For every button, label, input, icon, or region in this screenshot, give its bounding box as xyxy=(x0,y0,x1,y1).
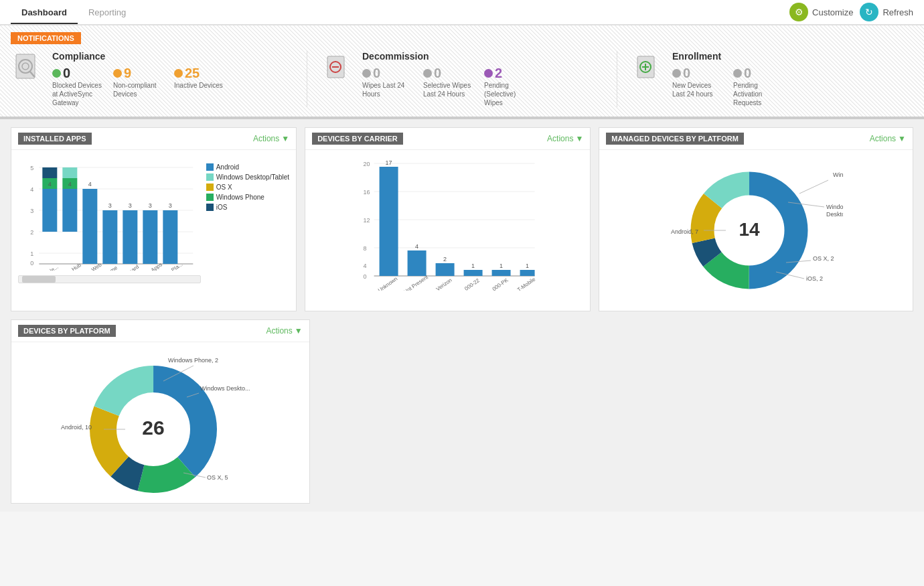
wipes-24h[interactable]: 0 Wipes Last 24 Hours xyxy=(362,66,412,107)
devices-by-platform-actions[interactable]: Actions ▼ xyxy=(266,326,302,336)
svg-text:4: 4 xyxy=(68,181,72,188)
svg-rect-29 xyxy=(62,167,77,178)
svg-text:8: 8 xyxy=(364,245,367,252)
compliance-title: Compliance xyxy=(52,51,223,62)
svg-text:5: 5 xyxy=(30,165,33,171)
svg-text:2: 2 xyxy=(443,256,447,263)
managed-actions-chevron-icon: ▼ xyxy=(898,134,906,143)
svg-text:4: 4 xyxy=(30,186,33,193)
svg-rect-35 xyxy=(123,210,137,264)
svg-rect-37 xyxy=(143,210,157,264)
svg-text:Android, 7: Android, 7 xyxy=(671,228,698,235)
svg-rect-25 xyxy=(42,167,57,178)
svg-text:14: 14 xyxy=(739,219,761,240)
svg-text:OS X, 5: OS X, 5 xyxy=(207,474,228,481)
managed-devices-title: MANAGED DEVICES BY PLATFORM xyxy=(606,133,744,145)
refresh-icon: ↻ xyxy=(860,3,878,21)
svg-rect-61 xyxy=(408,250,427,276)
svg-text:Unknown: Unknown xyxy=(377,276,398,291)
svg-text:3: 3 xyxy=(129,202,132,209)
svg-rect-63 xyxy=(436,263,455,276)
managed-devices-panel: MANAGED DEVICES BY PLATFORM Actions ▼ xyxy=(599,127,913,311)
managed-devices-actions[interactable]: Actions ▼ xyxy=(870,134,906,143)
devices-by-carrier-title: DEVICES BY CARRIER xyxy=(312,133,403,145)
svg-text:Windows: Windows xyxy=(826,204,843,210)
enrollment-icon xyxy=(631,51,664,84)
svg-text:1: 1 xyxy=(526,263,529,269)
selective-wipes-24h[interactable]: 0 Selective Wipes Last 24 Hours xyxy=(423,66,473,107)
installed-apps-title: INSTALLED APPS xyxy=(18,133,92,145)
svg-text:3: 3 xyxy=(149,202,152,209)
svg-text:0: 0 xyxy=(30,260,33,267)
svg-text:1: 1 xyxy=(471,263,475,269)
blocked-devices[interactable]: 0 Blocked Devices at ActiveSync Gateway xyxy=(52,66,102,107)
svg-text:Windows Deskto...: Windows Deskto... xyxy=(200,385,250,392)
decommission-group: Decommission 0 Wipes Last 24 Hours 0 xyxy=(307,51,617,107)
svg-text:Android, 10: Android, 10 xyxy=(61,424,92,431)
svg-rect-65 xyxy=(464,270,483,276)
notifications-header: NOTIFICATIONS xyxy=(11,32,81,44)
tab-reporting[interactable]: Reporting xyxy=(78,2,137,23)
svg-text:Verizon: Verizon xyxy=(435,277,453,291)
svg-text:4: 4 xyxy=(415,243,418,250)
svg-text:OS X, 2: OS X, 2 xyxy=(813,255,834,262)
decommission-icon xyxy=(321,51,354,84)
svg-text:16: 16 xyxy=(364,189,370,196)
svg-rect-59 xyxy=(380,167,398,276)
svg-rect-67 xyxy=(492,270,511,276)
svg-text:4: 4 xyxy=(364,263,367,269)
installed-apps-panel: INSTALLED APPS Actions ▼ 5 4 3 2 xyxy=(11,127,297,311)
svg-line-85 xyxy=(799,180,828,194)
new-devices[interactable]: 0 New Devices Last 24 hours xyxy=(672,66,722,107)
svg-rect-23 xyxy=(42,189,57,232)
svg-text:Windows Phone, 2: Windows Phone, 2 xyxy=(168,357,218,364)
svg-text:0: 0 xyxy=(364,273,367,280)
svg-text:iOS, 2: iOS, 2 xyxy=(806,275,823,282)
inactive-devices[interactable]: 25 Inactive Devices xyxy=(174,66,223,107)
devices-by-carrier-actions[interactable]: Actions ▼ xyxy=(547,134,583,143)
pending-activation[interactable]: 0 Pending Activation Requests xyxy=(733,66,783,107)
installed-apps-actions[interactable]: Actions ▼ xyxy=(253,134,289,143)
svg-text:12: 12 xyxy=(364,217,370,224)
svg-rect-69 xyxy=(520,270,535,276)
svg-text:4: 4 xyxy=(88,181,92,188)
svg-text:Not Present: Not Present xyxy=(402,274,429,291)
svg-text:Flipboard: Flipboard xyxy=(119,264,140,271)
svg-text:000-22: 000-22 xyxy=(464,277,481,291)
carrier-actions-chevron-icon: ▼ xyxy=(575,134,583,143)
svg-text:1: 1 xyxy=(30,250,33,257)
svg-rect-39 xyxy=(163,210,177,264)
platform-actions-chevron-icon: ▼ xyxy=(295,326,303,336)
svg-rect-27 xyxy=(62,189,77,232)
actions-chevron-icon: ▼ xyxy=(281,134,289,143)
svg-text:17: 17 xyxy=(386,159,392,166)
gear-icon: ⚙ xyxy=(789,3,808,21)
devices-by-carrier-panel: DEVICES BY CARRIER Actions ▼ 20 16 12 8 … xyxy=(305,127,591,311)
svg-text:3: 3 xyxy=(169,202,172,209)
pending-wipes[interactable]: 2 Pending (Selective) Wipes xyxy=(484,66,534,107)
svg-text:Secure Hub: Secure Hub xyxy=(56,262,82,271)
svg-text:3: 3 xyxy=(30,208,33,214)
enrollment-group: Enrollment 0 New Devices Last 24 hours 0 xyxy=(617,51,913,107)
compliance-group: Compliance 0 Blocked Devices at ActiveSy… xyxy=(11,51,307,107)
enrollment-title: Enrollment xyxy=(672,51,783,62)
svg-rect-33 xyxy=(102,210,117,264)
devices-by-platform-panel: DEVICES BY PLATFORM Actions ▼ xyxy=(11,319,310,504)
svg-text:Windows Phone, 1: Windows Phone, 1 xyxy=(833,171,843,178)
devices-by-platform-title: DEVICES BY PLATFORM xyxy=(18,325,116,337)
installed-apps-legend: Android Windows Desktop/Tablet OS X Wind… xyxy=(206,163,290,211)
svg-text:Chrome: Chrome xyxy=(100,265,119,271)
svg-text:4: 4 xyxy=(48,181,52,188)
svg-text:3: 3 xyxy=(108,202,112,209)
non-compliant-devices[interactable]: 9 Non-compliant Devices xyxy=(113,66,163,107)
svg-text:T-Mobile: T-Mobile xyxy=(516,276,537,291)
svg-text:20: 20 xyxy=(364,161,370,167)
svg-rect-31 xyxy=(82,189,97,264)
tab-dashboard[interactable]: Dashboard xyxy=(11,2,78,24)
svg-text:Google...: Google... xyxy=(38,264,60,271)
svg-text:26: 26 xyxy=(143,417,165,439)
svg-text:Desktop/Tablet, 2: Desktop/Tablet, 2 xyxy=(826,211,843,218)
svg-text:1: 1 xyxy=(499,263,503,269)
customize-button[interactable]: ⚙ Customize xyxy=(789,3,853,21)
refresh-button[interactable]: ↻ Refresh xyxy=(860,3,913,21)
